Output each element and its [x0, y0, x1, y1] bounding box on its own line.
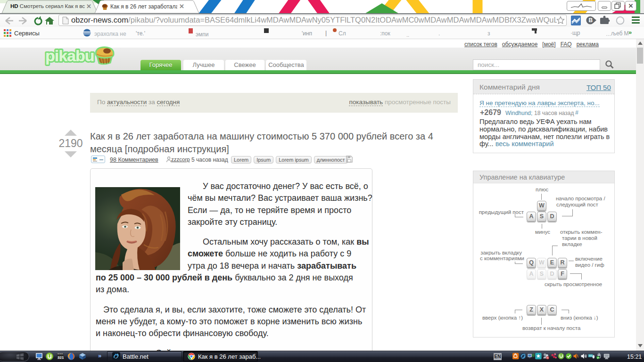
svg-text:pikabu: pikabu	[45, 47, 94, 65]
svg-text:321: 321	[58, 355, 64, 360]
svg-text:B: B	[588, 17, 593, 24]
